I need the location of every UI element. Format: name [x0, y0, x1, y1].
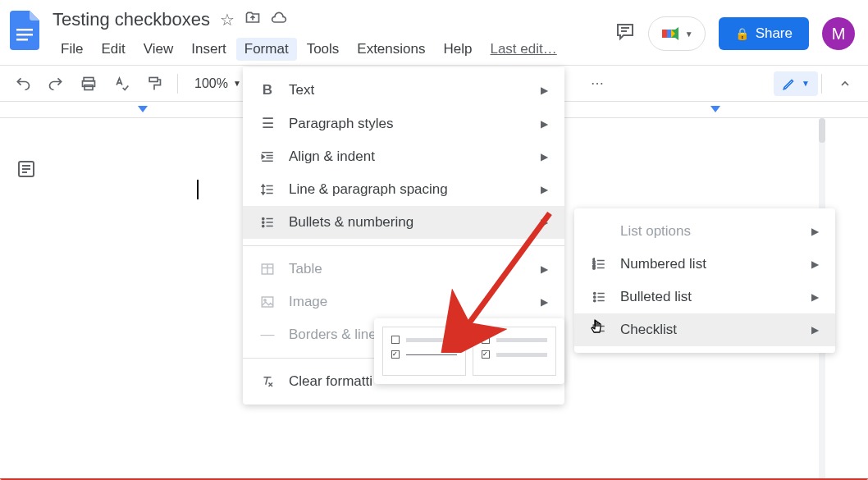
- scrollbar-thumb[interactable]: [819, 118, 825, 143]
- cloud-icon[interactable]: [271, 10, 287, 30]
- image-icon: [259, 295, 276, 309]
- submenu-bulleted-list-item[interactable]: Bulleted list ▶: [574, 281, 835, 313]
- bold-icon: B: [259, 82, 276, 98]
- submenu-arrow-icon: ▶: [811, 226, 819, 237]
- dd-label: Paragraph styles: [289, 116, 528, 132]
- star-icon[interactable]: ☆: [220, 10, 235, 30]
- toolbar-divider: [177, 74, 178, 94]
- submenu-arrow-icon: ▶: [541, 85, 548, 96]
- menu-file[interactable]: File: [53, 38, 91, 61]
- dd-label: Text: [289, 82, 528, 98]
- submenu-arrow-icon: ▶: [541, 296, 548, 308]
- dropdown-separator: [243, 245, 564, 246]
- meet-button[interactable]: ▼: [648, 16, 706, 51]
- format-text-item[interactable]: B Text ▶: [243, 74, 564, 107]
- editing-mode-button[interactable]: ▼: [774, 71, 818, 96]
- line-icon: —: [259, 327, 276, 343]
- submenu-arrow-icon: ▶: [541, 151, 548, 162]
- format-align-indent-item[interactable]: Align & indent ▶: [243, 140, 564, 173]
- svg-rect-10: [149, 77, 158, 81]
- menu-help[interactable]: Help: [435, 38, 480, 61]
- bulleted-list-icon: [591, 290, 607, 304]
- menu-format[interactable]: Format: [236, 38, 297, 61]
- menu-insert[interactable]: Insert: [183, 38, 235, 61]
- indent-icon: [259, 149, 276, 164]
- dd-label: Line & paragraph spacing: [289, 181, 528, 198]
- zoom-selector[interactable]: 100% ▼: [188, 73, 248, 94]
- submenu-arrow-icon: ▶: [811, 258, 819, 270]
- more-options-button[interactable]: ⋯: [584, 71, 610, 97]
- table-icon: [259, 262, 276, 277]
- dd-label: Image: [289, 294, 528, 310]
- undo-button[interactable]: [10, 71, 36, 97]
- menu-extensions[interactable]: Extensions: [349, 38, 433, 61]
- submenu-arrow-icon: ▶: [541, 217, 548, 228]
- dropdown-caret-icon: ▼: [685, 30, 693, 39]
- svg-point-46: [594, 292, 596, 294]
- spellcheck-button[interactable]: [108, 71, 135, 97]
- submenu-arrow-icon: ▶: [811, 324, 819, 336]
- outline-icon[interactable]: [16, 159, 36, 179]
- svg-rect-6: [667, 30, 671, 38]
- svg-point-39: [264, 299, 266, 301]
- zoom-value: 100%: [194, 76, 228, 91]
- dropdown-caret-icon: ▼: [802, 79, 810, 88]
- lines-icon: ☰: [259, 115, 276, 132]
- menu-view[interactable]: View: [135, 38, 182, 61]
- numbered-list-icon: 123: [591, 257, 607, 272]
- dd-label: Table: [289, 261, 528, 277]
- svg-rect-2: [16, 39, 28, 41]
- format-image-item: Image ▶: [243, 286, 564, 318]
- ruler-marker-left-icon[interactable]: [138, 106, 148, 116]
- print-button[interactable]: [75, 71, 102, 97]
- header-right: ▼ 🔒 Share M: [615, 7, 855, 51]
- paint-format-button[interactable]: [141, 71, 167, 97]
- submenu-arrow-icon: ▶: [541, 118, 548, 130]
- bullets-numbering-submenu: List options ▶ 123 Numbered list ▶ Bulle…: [574, 208, 835, 353]
- format-bullets-numbering-item[interactable]: Bullets & numbering ▶: [243, 206, 564, 239]
- header: Testing checkboxes ☆ File Edit View Inse…: [0, 0, 868, 66]
- meet-icon: [660, 24, 680, 43]
- checklist-style-plain[interactable]: [473, 327, 556, 376]
- avatar[interactable]: M: [822, 17, 855, 50]
- svg-rect-0: [16, 29, 33, 31]
- expand-button[interactable]: [832, 71, 858, 97]
- dd-label: Bullets & numbering: [289, 214, 528, 231]
- share-button[interactable]: 🔒 Share: [719, 17, 809, 50]
- move-icon[interactable]: [244, 10, 261, 30]
- redo-button[interactable]: [43, 71, 69, 97]
- clear-format-icon: [259, 374, 276, 389]
- share-label: Share: [756, 25, 793, 42]
- title-area: Testing checkboxes ☆ File Edit View Inse…: [53, 7, 615, 61]
- docs-logo[interactable]: [7, 7, 43, 54]
- menu-tools[interactable]: Tools: [299, 38, 348, 61]
- dd-label: Align & indent: [289, 149, 528, 165]
- submenu-arrow-icon: ▶: [541, 263, 548, 275]
- dd-label: Bulleted list: [620, 289, 798, 305]
- spacing-icon: [259, 182, 276, 197]
- format-line-spacing-item[interactable]: Line & paragraph spacing ▶: [243, 173, 564, 206]
- last-edit-link[interactable]: Last edit…: [482, 38, 564, 61]
- comments-icon[interactable]: [615, 21, 635, 46]
- svg-point-48: [594, 299, 596, 301]
- submenu-numbered-list-item[interactable]: 123 Numbered list ▶: [574, 248, 835, 281]
- format-paragraph-styles-item[interactable]: ☰ Paragraph styles ▶: [243, 107, 564, 140]
- svg-point-29: [263, 217, 264, 219]
- title-row: Testing checkboxes ☆: [53, 7, 615, 33]
- dd-label: Numbered list: [620, 256, 798, 272]
- submenu-arrow-icon: ▶: [541, 184, 548, 195]
- svg-rect-38: [262, 297, 273, 307]
- ruler-marker-right-icon[interactable]: [710, 106, 720, 116]
- document-title[interactable]: Testing checkboxes: [53, 9, 210, 30]
- dd-label: List options: [620, 223, 798, 240]
- submenu-checklist-item[interactable]: Checklist ▶: [574, 313, 835, 346]
- dropdown-caret-icon: ▼: [233, 79, 241, 88]
- menu-edit[interactable]: Edit: [93, 38, 133, 61]
- svg-text:3: 3: [593, 265, 596, 270]
- bullets-icon: [259, 215, 276, 230]
- svg-point-47: [594, 296, 596, 298]
- svg-rect-5: [662, 30, 667, 38]
- pencil-icon: [782, 76, 797, 91]
- dd-label: Checklist: [620, 322, 798, 338]
- checklist-style-strikethrough[interactable]: [382, 327, 466, 376]
